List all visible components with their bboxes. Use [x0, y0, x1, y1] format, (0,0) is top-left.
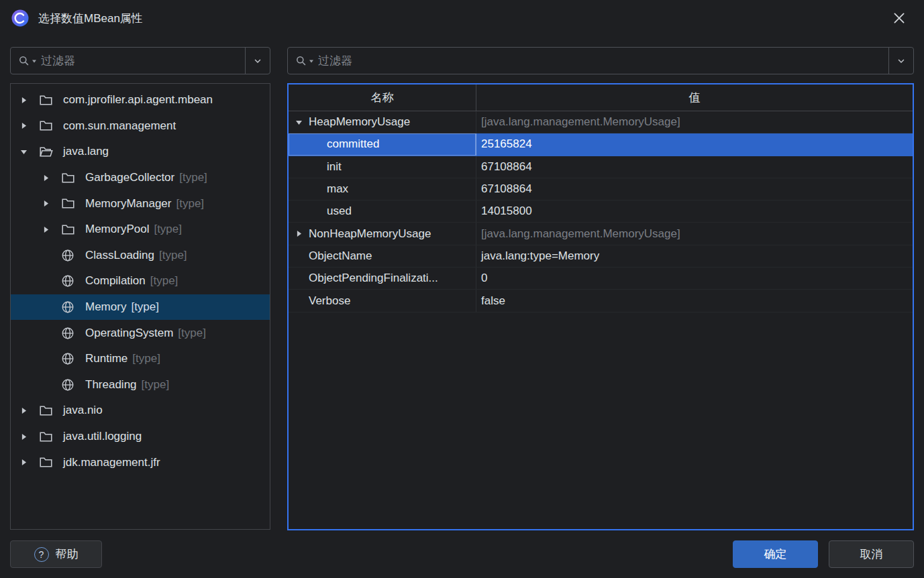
table-filter-dropdown-button[interactable]: [888, 48, 913, 74]
attribute-name-cell[interactable]: max: [289, 178, 476, 200]
tree-item-label: MemoryPool: [85, 223, 149, 236]
table-row[interactable]: Verbosefalse: [289, 290, 913, 312]
tree-item[interactable]: Runtime[type]: [11, 346, 270, 372]
attribute-name-cell[interactable]: NonHeapMemoryUsage: [289, 223, 476, 244]
tree-item-label: java.nio: [63, 404, 103, 417]
column-header-value[interactable]: 值: [476, 84, 913, 111]
attribute-value-cell[interactable]: 67108864: [476, 178, 913, 200]
close-icon[interactable]: [890, 9, 908, 27]
table-row[interactable]: ObjectPendingFinalizati...0: [289, 268, 913, 290]
attribute-value-cell[interactable]: 67108864: [476, 156, 913, 178]
chevron-right-icon[interactable]: [41, 225, 61, 235]
table-filter-field[interactable]: [287, 47, 914, 74]
table-row[interactable]: init67108864: [289, 156, 913, 178]
table-row[interactable]: ObjectNamejava.lang:type=Memory: [289, 245, 913, 268]
attribute-name-cell[interactable]: ObjectPendingFinalizati...: [289, 268, 476, 289]
tree-item[interactable]: MemoryPool[type]: [11, 217, 270, 243]
chevron-down-icon[interactable]: [19, 147, 39, 157]
table-filter-input[interactable]: [318, 54, 888, 68]
attribute-value-cell[interactable]: [java.lang.management.MemoryUsage]: [476, 223, 913, 244]
table-row[interactable]: HeapMemoryUsage[java.lang.management.Mem…: [289, 111, 913, 133]
attribute-value-cell[interactable]: java.lang:type=Memory: [476, 245, 913, 267]
chevron-right-icon[interactable]: [294, 229, 309, 239]
tree-item[interactable]: GarbageCollector[type]: [11, 165, 270, 191]
cancel-button[interactable]: 取消: [829, 540, 914, 568]
tree-item[interactable]: java.util.logging: [11, 424, 270, 450]
tree-filter-input[interactable]: [41, 54, 245, 68]
tree-item[interactable]: Compilation[type]: [11, 268, 270, 294]
table-row[interactable]: committed25165824: [289, 133, 913, 156]
attribute-name-cell[interactable]: committed: [289, 133, 476, 155]
help-question-icon: ?: [34, 547, 49, 562]
tree-filter-dropdown-button[interactable]: [245, 48, 270, 74]
attribute-value-cell[interactable]: 14015800: [476, 200, 913, 222]
tree-item-type-suffix: [type]: [159, 249, 187, 262]
table-row[interactable]: NonHeapMemoryUsage[java.lang.management.…: [289, 223, 913, 245]
tree-item[interactable]: com.sun.management: [11, 113, 270, 139]
table-row[interactable]: max67108864: [289, 178, 913, 200]
tree-filter-field[interactable]: [10, 47, 270, 74]
tree-item-type-suffix: [type]: [132, 352, 160, 365]
folder-open-icon: [39, 145, 63, 159]
tree-item[interactable]: java.lang: [11, 139, 270, 165]
help-button[interactable]: ? 帮助: [10, 540, 102, 568]
tree-item-label: OperatingSystem: [85, 327, 173, 340]
tree-item-label: Runtime: [85, 352, 127, 365]
attribute-value-cell[interactable]: 0: [476, 268, 913, 289]
tree-item[interactable]: java.nio: [11, 398, 270, 424]
attribute-name-cell[interactable]: init: [289, 156, 476, 178]
mbean-attribute-dialog: { "titlebar": { "title": "选择数值MBean属性" }…: [0, 0, 924, 578]
attribute-value-cell[interactable]: 25165824: [476, 133, 913, 155]
chevron-right-icon[interactable]: [19, 432, 39, 442]
tree-item-label: java.util.logging: [63, 430, 142, 443]
tree-item[interactable]: Memory[type]: [11, 294, 270, 321]
table-row[interactable]: used14015800: [289, 200, 913, 223]
help-button-label: 帮助: [56, 546, 79, 562]
attribute-name-label: ObjectName: [309, 249, 372, 263]
folder-icon: [39, 430, 63, 444]
attribute-name-cell[interactable]: Verbose: [289, 290, 476, 311]
attribute-value-cell[interactable]: [java.lang.management.MemoryUsage]: [476, 111, 913, 133]
chevron-right-icon[interactable]: [19, 406, 39, 416]
attribute-name-label: max: [327, 182, 348, 196]
tree-item-type-suffix: [type]: [150, 274, 178, 288]
attribute-name-label: Verbose: [309, 294, 350, 308]
attribute-name-cell[interactable]: used: [289, 200, 476, 222]
column-header-name[interactable]: 名称: [289, 84, 476, 111]
dialog-title: 选择数值MBean属性: [38, 11, 143, 26]
mbean-tree: com.jprofiler.api.agent.mbeancom.sun.man…: [10, 83, 270, 530]
tree-item[interactable]: com.jprofiler.api.agent.mbean: [11, 87, 270, 113]
search-icon: [11, 55, 41, 67]
tree-item[interactable]: jdk.management.jfr: [11, 449, 270, 475]
tree-item-label: com.sun.management: [63, 119, 176, 133]
tree-item[interactable]: OperatingSystem[type]: [11, 320, 270, 346]
chevron-down-icon[interactable]: [294, 117, 309, 127]
attribute-name-label: used: [327, 205, 352, 218]
attribute-name-label: init: [327, 160, 342, 174]
tree-item-type-suffix: [type]: [131, 300, 159, 314]
chevron-right-icon[interactable]: [19, 121, 39, 131]
ok-button[interactable]: 确定: [733, 540, 818, 568]
chevron-right-icon[interactable]: [19, 457, 39, 467]
tree-item-label: ClassLoading: [85, 249, 154, 262]
tree-item-label: jdk.management.jfr: [63, 456, 160, 469]
attribute-name-cell[interactable]: HeapMemoryUsage: [289, 111, 476, 133]
attribute-name-label: NonHeapMemoryUsage: [309, 227, 431, 241]
titlebar: 选择数值MBean属性: [0, 0, 924, 36]
chevron-right-icon[interactable]: [41, 173, 61, 183]
tree-item[interactable]: MemoryManager[type]: [11, 190, 270, 217]
tree-item[interactable]: ClassLoading[type]: [11, 243, 270, 269]
attribute-table: 名称 值 HeapMemoryUsage[java.lang.managemen…: [287, 83, 914, 530]
tree-item-label: java.lang: [63, 145, 109, 158]
attribute-name-label: committed: [327, 137, 379, 151]
attribute-name-cell[interactable]: ObjectName: [289, 245, 476, 267]
chevron-right-icon[interactable]: [19, 95, 39, 105]
tree-item-label: Threading: [85, 378, 137, 392]
attribute-value-cell[interactable]: false: [476, 290, 913, 311]
tree-item-label: GarbageCollector: [85, 171, 174, 184]
tree-item-type-suffix: [type]: [142, 378, 170, 392]
folder-icon: [39, 93, 63, 107]
tree-item[interactable]: Threading[type]: [11, 372, 270, 398]
folder-icon: [39, 119, 63, 133]
chevron-right-icon[interactable]: [41, 198, 61, 209]
